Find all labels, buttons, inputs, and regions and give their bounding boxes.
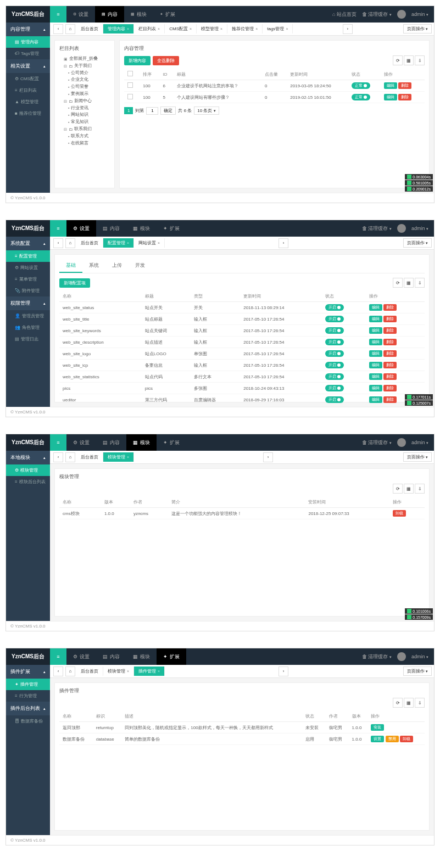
username[interactable]: admin ▾ <box>411 440 428 445</box>
tab-prev[interactable]: ‹ <box>53 452 63 462</box>
tree-item[interactable]: ▪行业资讯 <box>59 105 110 112</box>
delete-button[interactable]: 删除 <box>398 82 411 89</box>
export-icon[interactable]: ⇩ <box>415 278 425 288</box>
side-item-plugin-mgmt[interactable]: ✦插件管理 <box>6 679 50 690</box>
topmenu-settings[interactable]: ⚙设置 <box>66 6 95 23</box>
side-item-db-backup[interactable]: 🗄数据库备份 <box>6 715 50 727</box>
delete-button[interactable]: 删除 <box>383 339 397 345</box>
cache-link[interactable]: 🗑 清理缓存 ▾ <box>362 439 392 446</box>
tree-item[interactable]: ⊟🗀联系我们 <box>59 126 110 133</box>
page-current[interactable]: 1 <box>124 107 133 114</box>
close-icon[interactable]: × <box>190 27 192 31</box>
avatar[interactable] <box>397 224 406 233</box>
side-item-manage-content[interactable]: ▤管理内容 <box>6 36 50 48</box>
username[interactable]: admin ▾ <box>411 12 428 17</box>
checkbox[interactable] <box>127 82 133 88</box>
username[interactable]: admin ▾ <box>411 654 428 659</box>
menu-toggle-icon[interactable]: ≡ <box>50 220 66 237</box>
tab-home[interactable]: ⌂ <box>65 238 75 248</box>
edit-button[interactable]: 编辑 <box>384 82 397 89</box>
tab-module-mgmt[interactable]: 模块管理× <box>103 667 134 676</box>
add-button[interactable]: 新增内容 <box>124 56 151 65</box>
export-icon[interactable]: ⇩ <box>415 55 425 65</box>
brand-logo[interactable]: YznCMS后台 <box>6 434 50 451</box>
tab-dashboard[interactable]: 后台首页 <box>76 238 103 248</box>
tab-models[interactable]: 模型管理× <box>197 24 227 33</box>
status-badge[interactable]: 开启 <box>325 362 344 368</box>
edit-button[interactable]: 编辑 <box>369 396 382 403</box>
tree-item[interactable]: ▪联系方式 <box>59 133 110 140</box>
export-icon[interactable]: ⇩ <box>415 484 425 494</box>
topmenu-ext[interactable]: ✦扩展 <box>157 648 186 665</box>
brand-logo[interactable]: YznCMS后台 <box>6 220 50 237</box>
side-item-admin-mgmt[interactable]: 👤管理员管理 <box>6 310 50 322</box>
uninstall-button[interactable]: 卸载 <box>393 510 406 517</box>
side-group-auth[interactable]: 权限管理▴ <box>6 296 50 310</box>
side-item-menu-mgmt[interactable]: ≡菜单管理 <box>6 273 50 285</box>
side-item-cms-config[interactable]: ⚙CMS配置 <box>6 73 50 85</box>
columns-icon[interactable]: ▦ <box>404 55 414 65</box>
add-config-button[interactable]: 新增配置项 <box>59 278 90 288</box>
topmenu-module[interactable]: ▦模块 <box>126 434 157 451</box>
close-icon[interactable]: × <box>127 241 129 245</box>
topmenu-settings[interactable]: ⚙设置 <box>66 648 96 665</box>
side-item-role-mgmt[interactable]: 👥角色管理 <box>6 322 50 333</box>
tree-item[interactable]: ▪常见知识 <box>59 119 110 126</box>
page-ops[interactable]: 页面操作▾ <box>403 667 432 676</box>
side-item-attach-mgmt[interactable]: 📎附件管理 <box>6 285 50 296</box>
side-item-config-mgmt[interactable]: ≡配置管理 <box>6 250 50 262</box>
cache-link[interactable]: 🗑 清理缓存 ▾ <box>362 225 392 232</box>
topmenu-module[interactable]: ▦模块 <box>126 220 157 237</box>
delete-button[interactable]: 删除 <box>383 385 397 391</box>
checkbox[interactable] <box>127 94 133 99</box>
subtab-basic[interactable]: 基础 <box>59 259 82 273</box>
close-icon[interactable]: × <box>127 27 129 31</box>
delete-button[interactable]: 删除 <box>383 373 397 380</box>
status-badge[interactable]: 开启 <box>325 385 344 391</box>
edit-button[interactable]: 编辑 <box>384 94 397 100</box>
delete-button[interactable]: 删除 <box>398 94 411 100</box>
delete-button[interactable]: 删除 <box>383 316 397 322</box>
tree-item[interactable]: ⊟🗀关于我们 <box>59 63 110 70</box>
columns-icon[interactable]: ▦ <box>404 484 414 494</box>
topmenu-settings[interactable]: ⚙设置 <box>66 220 96 237</box>
topmenu-content[interactable]: ▤内容 <box>96 220 126 237</box>
refresh-icon[interactable]: ⟳ <box>393 484 403 494</box>
subtab-system[interactable]: 系统 <box>82 259 105 273</box>
close-icon[interactable]: × <box>158 669 160 673</box>
edit-button[interactable]: 编辑 <box>369 339 382 345</box>
tab-dashboard[interactable]: 后台首页 <box>76 667 103 676</box>
edit-button[interactable]: 编辑 <box>369 373 382 380</box>
edit-button[interactable]: 编辑 <box>369 362 382 368</box>
status-badge[interactable]: 正常 <box>352 82 370 89</box>
topmenu-ext[interactable]: ✦扩展 <box>157 434 186 451</box>
topmenu-content[interactable]: ▤内容 <box>96 648 126 665</box>
tab-site-settings[interactable]: 网站设置× <box>134 238 165 248</box>
op-button[interactable]: 卸载 <box>400 736 413 742</box>
close-icon[interactable]: × <box>255 27 258 31</box>
status-badge[interactable]: 开启 <box>325 316 344 322</box>
op-button[interactable]: 安装 <box>371 724 384 731</box>
tab-home[interactable]: ⌂ <box>65 452 75 462</box>
topmenu-content[interactable]: ▤内容 <box>96 434 126 451</box>
username[interactable]: admin ▾ <box>411 226 428 231</box>
tab-prev[interactable]: ‹ <box>53 667 63 676</box>
page-ops[interactable]: 页面操作▾ <box>403 24 432 33</box>
refresh-icon[interactable]: ⟳ <box>393 278 403 288</box>
columns-icon[interactable]: ▦ <box>404 698 414 708</box>
tab-next[interactable]: › <box>343 24 353 34</box>
tab-dashboard[interactable]: 后台首页 <box>76 452 103 462</box>
side-item-models[interactable]: ▲模型管理 <box>6 96 50 108</box>
topmenu-module[interactable]: ▦模块 <box>124 6 153 23</box>
edit-button[interactable]: 编辑 <box>369 304 382 311</box>
topmenu-ext[interactable]: ✦扩展 <box>157 220 186 237</box>
page-size-select[interactable]: 10 条页 ▾ <box>194 107 219 115</box>
side-group-plugin-backend[interactable]: 插件后台列表▴ <box>6 702 50 715</box>
cell-title[interactable]: 个人建设网站有哪些步骤？ <box>174 92 261 103</box>
columns-icon[interactable]: ▦ <box>404 278 414 288</box>
side-group-related[interactable]: 相关设置▴ <box>6 59 50 73</box>
cache-link[interactable]: 🗑 清理缓存 ▾ <box>362 11 392 18</box>
page-input[interactable] <box>146 107 158 115</box>
cache-link[interactable]: 🗑 清理缓存 ▾ <box>362 653 392 660</box>
tab-next[interactable]: › <box>279 667 288 676</box>
